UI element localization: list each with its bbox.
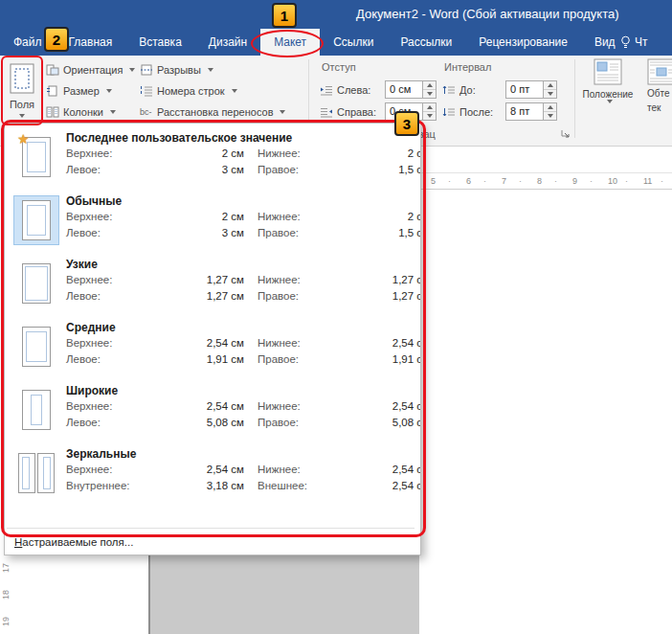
margin-value: 1,27 см [365,274,421,285]
margin-label: Внешнее: [258,480,365,491]
indent-left-value[interactable]: 0 см [386,81,422,98]
tell-me-box[interactable]: Чт [620,29,648,56]
callout-step-1: 1 [272,3,297,28]
indent-title: Отступ [322,61,356,73]
margin-value: 3 см [162,164,244,175]
margin-value: 1,91 см [365,353,421,365]
margin-preset-normal[interactable]: Обычные Верхнее: 2 см Нижнее: 2 см Левое… [7,192,418,254]
spin-up-icon[interactable] [423,81,436,89]
spin-down-icon[interactable] [423,111,436,120]
ribbon-tab-row: Файл Главная Вставка Дизайн Макет Ссылки… [0,29,672,56]
spin-down-icon[interactable] [544,89,556,98]
margin-value: 1,27 см [365,290,421,302]
margin-value: 2,54 см [365,400,421,412]
page-background-gap [150,554,419,634]
spinner-arrows[interactable] [543,103,556,120]
spacing-after-value[interactable]: 8 пт [506,103,543,120]
spacing-after-row: После: 8 пт [442,102,557,121]
orientation-button[interactable]: Ориентация [46,60,135,79]
chevron-down-icon [208,68,213,72]
spacing-before-label: До: [459,84,502,96]
indent-left-label: Слева: [337,84,381,96]
spacing-after-icon [442,106,456,118]
margin-value: 5,08 см [365,417,421,428]
vertical-ruler: 17 18 19 [0,554,13,634]
margin-label: Левое: [66,227,162,238]
margin-label: Левое: [66,417,162,428]
custom-margins-item[interactable]: Настраиваемые поля... [7,533,416,555]
size-button[interactable]: Размер [46,81,112,101]
margin-value: 2 см [365,211,421,222]
margin-values-row: Левое: 1,27 см Правое: 1,27 см [66,290,421,302]
page-size-icon [46,85,59,97]
tab-references[interactable]: Ссылки [320,29,387,56]
spin-up-icon[interactable] [544,81,556,89]
spacing-after-spinner[interactable]: 8 пт [505,102,557,121]
spacing-before-spinner[interactable]: 0 пт [505,80,557,99]
position-button[interactable]: Положение [578,58,638,141]
spinner-arrows[interactable] [543,81,556,98]
margin-value: 2 см [162,147,244,159]
margin-preset-mirrored[interactable]: Зеркальные Верхнее: 2,54 см Нижнее: 2,54… [7,445,418,507]
margin-preset-title: Последнее пользовательское значение [66,131,292,145]
indent-left-spinner[interactable]: 0 см [385,80,437,99]
margin-value: 2 см [365,147,421,159]
title-bar: Документ2 - Word (Сбой активации продукт… [0,0,672,29]
margins-icon [10,63,34,94]
margin-label: Верхнее: [66,274,162,285]
spinner-arrows[interactable] [422,81,436,98]
dialog-launcher-icon [560,128,571,140]
chevron-down-icon [607,100,613,103]
hyphenation-icon: bc- [140,106,153,118]
margin-preset-icon [14,323,58,371]
indent-right-icon [320,106,333,118]
margin-label: Нижнее: [258,464,365,475]
margin-value: 2,54 см [365,464,421,475]
ruler-number: 9 [572,176,577,186]
ruler-number: 11 [643,176,652,186]
callout-step-3: 3 [394,111,419,136]
tell-me-label: Чт [635,35,648,49]
tab-review[interactable]: Рецензирование [465,29,581,56]
margin-value: 1,91 см [162,353,244,365]
spinner-arrows[interactable] [422,103,436,120]
menu-separator [7,528,414,529]
margin-label: Нижнее: [258,400,365,412]
tab-mailings[interactable]: Рассылки [387,29,465,56]
spacing-title: Интервал [444,61,491,73]
margin-preset-icon-selected [14,196,58,244]
chevron-down-icon [106,89,112,93]
margin-preset-icon [14,449,58,497]
ruler-number: 17 [1,563,11,573]
chevron-down-icon [19,114,25,118]
indent-left-icon [320,84,333,96]
breaks-button[interactable]: Разрывы [140,60,213,79]
margin-preset-last-custom[interactable]: ★ Последнее пользовательское значение Ве… [7,129,418,191]
columns-button[interactable]: Колонки [46,102,116,122]
margin-label: Правое: [258,353,365,365]
margin-preset-narrow[interactable]: Узкие Верхнее: 1,27 см Нижнее: 1,27 см Л… [7,256,418,317]
spin-down-icon[interactable] [544,111,556,120]
wrap-text-button[interactable]: Обте тек [645,58,672,141]
hyphenation-button[interactable]: bc- Расстановка переносов [140,102,285,122]
chevron-down-icon [280,110,285,114]
spin-down-icon[interactable] [423,89,436,98]
orientation-label: Ориентация [63,64,123,76]
group-separator [574,59,575,138]
margin-preset-moderate[interactable]: Средние Верхнее: 2,54 см Нижнее: 2,54 см… [7,319,418,380]
tab-insert[interactable]: Вставка [125,29,195,56]
spin-up-icon[interactable] [544,103,556,111]
chevron-down-icon [232,89,237,93]
margin-label: Левое: [66,164,162,175]
margin-label: Левое: [66,353,162,365]
margin-values-row: Левое: 3 см Правое: 1,5 см [66,164,421,175]
margin-value: 2,54 см [365,337,421,349]
spin-up-icon[interactable] [423,103,436,111]
paragraph-dialog-launcher[interactable] [560,128,571,140]
spacing-before-value[interactable]: 0 пт [506,81,543,98]
margin-preset-wide[interactable]: Широкие Верхнее: 2,54 см Нижнее: 2,54 см… [7,382,418,443]
line-numbers-button[interactable]: Номера строк [140,81,237,101]
tab-design[interactable]: Дизайн [195,29,260,56]
chevron-down-icon [110,110,116,114]
tab-layout[interactable]: Макет [260,29,320,56]
